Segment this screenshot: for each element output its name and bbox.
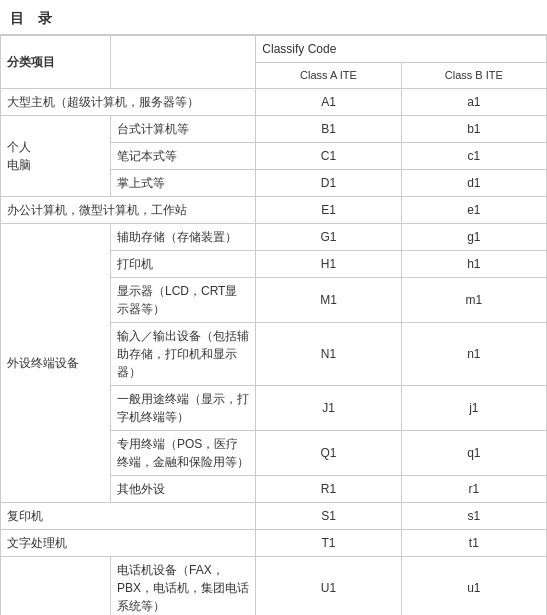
subcategory-cell: 一般用途终端（显示，打字机终端等）	[111, 385, 256, 430]
class-b-cell: q1	[401, 430, 546, 475]
subcategory-cell: 台式计算机等	[111, 115, 256, 142]
subcategory-cell: 电话机设备（FAX，PBX，电话机，集团电话系统等）	[111, 556, 256, 615]
class-a-cell: J1	[256, 385, 401, 430]
category-cell: 办公计算机，微型计算机，工作站	[1, 196, 256, 223]
class-a-cell: U1	[256, 556, 401, 615]
subcategory-cell: 显示器（LCD，CRT显示器等）	[111, 277, 256, 322]
class-b-cell: g1	[401, 223, 546, 250]
class-b-cell: e1	[401, 196, 546, 223]
class-a-cell: B1	[256, 115, 401, 142]
subcategory-cell: 其他外设	[111, 475, 256, 502]
category-cell: 复印机	[1, 502, 256, 529]
table-row: 传输 设备电话机设备（FAX，PBX，电话机，集团电话系统等）U1u1	[1, 556, 547, 615]
class-b-cell: u1	[401, 556, 546, 615]
table-row: 文字处理机T1t1	[1, 529, 547, 556]
subcategory-cell: 辅助存储（存储装置）	[111, 223, 256, 250]
classification-table: 分类项目 Classify Code Class A ITE Class B I…	[0, 35, 547, 615]
header-class-a: Class A ITE	[256, 63, 401, 89]
class-b-cell: s1	[401, 502, 546, 529]
class-a-cell: G1	[256, 223, 401, 250]
class-a-cell: T1	[256, 529, 401, 556]
class-b-cell: j1	[401, 385, 546, 430]
class-a-cell: N1	[256, 322, 401, 385]
class-a-cell: M1	[256, 277, 401, 322]
class-a-cell: H1	[256, 250, 401, 277]
class-b-cell: m1	[401, 277, 546, 322]
header-subcategory	[111, 36, 256, 89]
table-row: 复印机S1s1	[1, 502, 547, 529]
category-cell: 个人 电脑	[1, 115, 111, 196]
table-row: 大型主机（超级计算机，服务器等）A1a1	[1, 88, 547, 115]
class-b-cell: d1	[401, 169, 546, 196]
subcategory-cell: 输入／输出设备（包括辅助存储，打印机和显示器）	[111, 322, 256, 385]
subcategory-cell: 笔记本式等	[111, 142, 256, 169]
page-title: 目 录	[0, 0, 547, 35]
category-cell: 外设终端设备	[1, 223, 111, 502]
subcategory-cell: 打印机	[111, 250, 256, 277]
class-b-cell: b1	[401, 115, 546, 142]
category-cell: 文字处理机	[1, 529, 256, 556]
class-b-cell: n1	[401, 322, 546, 385]
class-b-cell: h1	[401, 250, 546, 277]
subcategory-cell: 掌上式等	[111, 169, 256, 196]
table-row: 个人 电脑台式计算机等B1b1	[1, 115, 547, 142]
class-b-cell: c1	[401, 142, 546, 169]
header-class-b: Class B ITE	[401, 63, 546, 89]
table-row: 外设终端设备辅助存储（存储装置）G1g1	[1, 223, 547, 250]
class-a-cell: C1	[256, 142, 401, 169]
class-b-cell: t1	[401, 529, 546, 556]
class-b-cell: r1	[401, 475, 546, 502]
class-b-cell: a1	[401, 88, 546, 115]
class-a-cell: Q1	[256, 430, 401, 475]
header-category: 分类项目	[1, 36, 111, 89]
table-row: 办公计算机，微型计算机，工作站E1e1	[1, 196, 547, 223]
subcategory-cell: 专用终端（POS，医疗终端，金融和保险用等）	[111, 430, 256, 475]
category-cell: 传输 设备	[1, 556, 111, 615]
class-a-cell: E1	[256, 196, 401, 223]
class-a-cell: S1	[256, 502, 401, 529]
header-classify-code: Classify Code	[256, 36, 547, 63]
category-cell: 大型主机（超级计算机，服务器等）	[1, 88, 256, 115]
class-a-cell: D1	[256, 169, 401, 196]
class-a-cell: A1	[256, 88, 401, 115]
class-a-cell: R1	[256, 475, 401, 502]
